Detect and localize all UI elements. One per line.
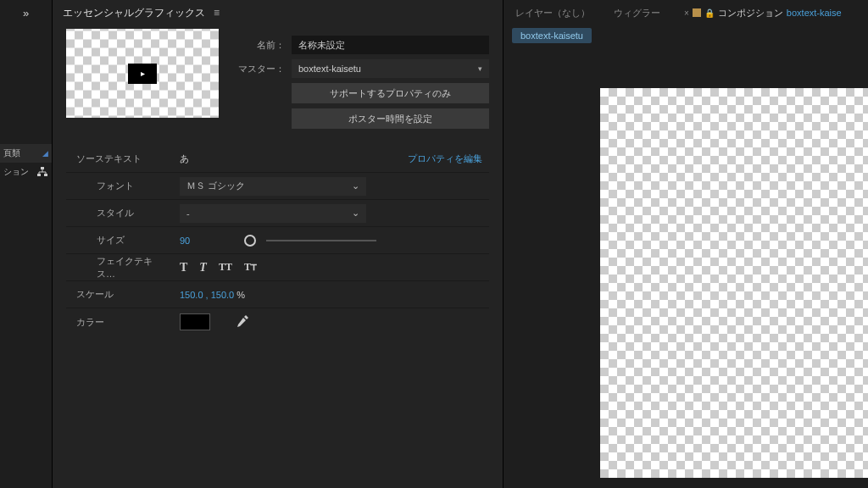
- source-text-label: ソーステキスト: [76, 152, 170, 165]
- triangle-icon: ◢: [42, 149, 48, 158]
- font-label: フォント: [76, 180, 170, 192]
- font-dropdown[interactable]: ＭＳ ゴシック ⌄: [180, 177, 366, 196]
- scale-label: スケール: [76, 288, 170, 301]
- tab-comp-name: boxtext-kaise: [787, 8, 842, 18]
- color-label: カラー: [76, 316, 170, 329]
- master-dropdown[interactable]: boxtext-kaisetu ▾: [292, 59, 489, 78]
- tab-wiggler[interactable]: ウィグラー: [602, 0, 672, 25]
- panel-title-bar: エッセンシャルグラフィックス ≡: [53, 0, 503, 25]
- font-value: ＭＳ ゴシック: [186, 180, 245, 192]
- hierarchy-icon: [36, 166, 48, 178]
- source-text-value: あ: [180, 152, 189, 165]
- composition-preview[interactable]: [600, 88, 868, 478]
- eyedropper-icon[interactable]: [236, 314, 249, 330]
- italic-button[interactable]: T: [199, 261, 207, 274]
- smallcaps-button[interactable]: Tᴛ: [244, 261, 257, 274]
- edit-property-link[interactable]: プロパティを編集: [408, 152, 489, 165]
- master-value: boxtext-kaisetu: [298, 64, 361, 74]
- size-label: サイズ: [76, 234, 170, 247]
- style-value: -: [186, 208, 190, 219]
- expand-panel-button[interactable]: »: [0, 0, 52, 25]
- style-dropdown[interactable]: - ⌄: [180, 204, 366, 223]
- svg-rect-2: [44, 174, 47, 176]
- color-swatch[interactable]: [180, 313, 210, 330]
- chevron-down-icon: ⌄: [352, 208, 359, 219]
- panel-title: エッセンシャルグラフィックス: [63, 6, 205, 20]
- tab-composition[interactable]: × 🔒 コンポジション boxtext-kaise: [672, 0, 854, 25]
- tab-layer[interactable]: レイヤー（なし）: [504, 0, 602, 25]
- poster-time-button[interactable]: ポスター時間を設定: [292, 108, 489, 129]
- name-input[interactable]: [292, 36, 489, 54]
- breadcrumb-chip[interactable]: boxtext-kaisetu: [512, 28, 592, 43]
- lock-icon[interactable]: 🔒: [704, 8, 715, 18]
- left-tab-1-label: 頁類: [3, 147, 20, 159]
- size-value[interactable]: 90: [180, 236, 190, 246]
- svg-rect-1: [37, 174, 41, 176]
- svg-rect-0: [41, 167, 44, 169]
- tab-layer-label: レイヤー（なし）: [515, 7, 590, 19]
- slider-knob[interactable]: [244, 235, 256, 247]
- faketext-label: フェイクテキス…: [76, 255, 170, 280]
- panel-menu-icon[interactable]: ≡: [214, 7, 220, 19]
- style-label: スタイル: [76, 207, 170, 219]
- chevron-down-icon: ▾: [478, 64, 482, 73]
- left-tab-2-label: ション: [3, 166, 29, 178]
- slider-track: [266, 240, 376, 241]
- master-label: マスター：: [234, 63, 285, 75]
- scale-unit: %: [234, 290, 245, 300]
- comp-color-icon: [693, 8, 701, 17]
- close-icon[interactable]: ×: [684, 8, 689, 18]
- supported-properties-button[interactable]: サポートするプロパティのみ: [292, 83, 489, 103]
- allcaps-button[interactable]: TT: [219, 261, 232, 274]
- size-slider[interactable]: [200, 235, 376, 247]
- chevron-down-icon: ⌄: [352, 180, 359, 191]
- left-tab-2[interactable]: ション: [0, 163, 52, 181]
- bold-button[interactable]: T: [180, 261, 187, 274]
- scale-value[interactable]: 150.0 , 150.0: [180, 290, 234, 300]
- name-label: 名前：: [234, 39, 285, 52]
- composition-thumbnail: ▸: [66, 29, 219, 118]
- tab-wiggler-label: ウィグラー: [614, 7, 660, 19]
- thumbnail-content: ▸: [128, 64, 157, 84]
- tab-comp-label: コンポジション: [718, 7, 783, 19]
- left-tab-1[interactable]: 頁類 ◢: [0, 144, 52, 163]
